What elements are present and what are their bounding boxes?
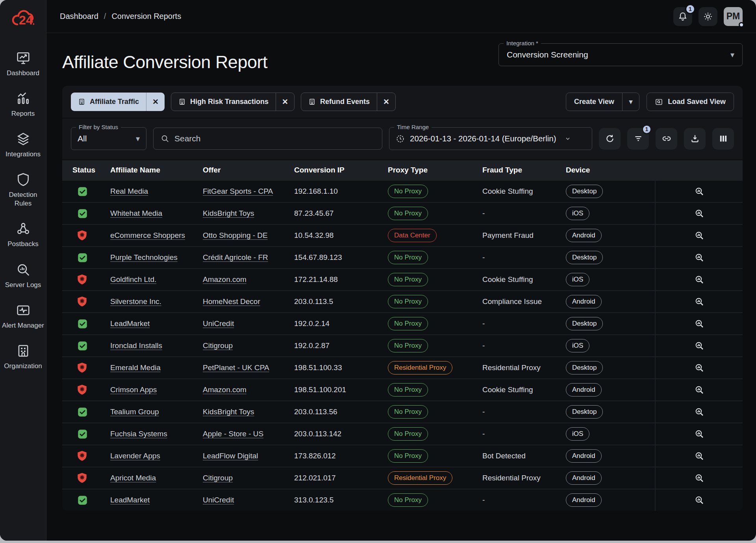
load-saved-view-button[interactable]: Load Saved View	[647, 93, 734, 111]
download-button[interactable]	[684, 128, 706, 150]
theme-toggle-button[interactable]	[699, 7, 717, 26]
offer-link[interactable]: Citigroup	[203, 341, 233, 350]
integration-select[interactable]: Integration * Conversion Screening ▾	[498, 43, 743, 66]
row-inspect-button[interactable]	[655, 225, 743, 246]
offer-link[interactable]: Amazon.com	[203, 275, 246, 284]
affiliate-link[interactable]: Silverstone Inc.	[110, 297, 161, 306]
row-inspect-button[interactable]	[655, 269, 743, 290]
close-icon[interactable]: ✕	[276, 93, 294, 111]
row-inspect-button[interactable]	[655, 313, 743, 334]
inspect-icon	[695, 495, 704, 505]
inspect-icon	[695, 407, 704, 417]
table-row: Emerald MediaPetPlanet - UK CPA198.51.10…	[62, 356, 743, 378]
offer-link[interactable]: Citigroup	[203, 474, 233, 482]
offer-link[interactable]: Amazon.com	[203, 385, 246, 394]
table-row: Purple TechnologiesCrédit Agricole - FR1…	[62, 246, 743, 268]
proxy-type-badge: No Proxy	[388, 427, 428, 440]
chip-high-risk-transactions[interactable]: High Risk Transactions ✕	[171, 93, 295, 111]
fraud-type: -	[482, 408, 566, 416]
ok-status-icon	[77, 252, 88, 263]
close-icon[interactable]: ✕	[377, 93, 395, 111]
affiliate-link[interactable]: Goldfinch Ltd.	[110, 275, 156, 284]
sidebar-item-server-logs[interactable]: Server Logs	[0, 262, 46, 289]
sidebar-item-alert-manager[interactable]: Alert Manager	[0, 303, 46, 330]
brand-logo[interactable]: 24	[10, 7, 36, 30]
row-inspect-button[interactable]	[655, 203, 743, 224]
time-range-picker[interactable]: Time Range 2026-01-13 - 2026-01-14 (Euro…	[389, 127, 592, 150]
column-header: Conversion IP	[294, 166, 388, 174]
affiliate-link[interactable]: LeadMarket	[110, 496, 150, 504]
ok-status-icon	[77, 429, 88, 439]
fraud-type: -	[482, 253, 566, 262]
sidebar-item-detection-rules[interactable]: Detection Rules	[0, 172, 46, 208]
fraud-status-icon	[77, 384, 87, 395]
row-inspect-button[interactable]	[655, 445, 743, 467]
affiliate-link[interactable]: Real Media	[110, 187, 148, 195]
search-icon	[161, 134, 169, 143]
copy-link-button[interactable]	[656, 128, 677, 150]
row-inspect-button[interactable]	[655, 247, 743, 268]
offer-link[interactable]: UniCredit	[203, 319, 234, 328]
offer-link[interactable]: UniCredit	[203, 496, 234, 504]
row-inspect-button[interactable]	[655, 467, 743, 489]
offer-link[interactable]: LeadFlow Digital	[203, 452, 258, 460]
proxy-type-badge: No Proxy	[388, 339, 428, 352]
affiliate-link[interactable]: Emerald Media	[110, 363, 161, 372]
row-inspect-button[interactable]	[655, 379, 743, 400]
notifications-button[interactable]: 1	[673, 7, 692, 26]
offer-link[interactable]: HomeNest Decor	[203, 297, 260, 306]
status-cell	[72, 450, 110, 461]
chip-refund-events[interactable]: Refund Events ✕	[301, 93, 396, 111]
refresh-button[interactable]	[599, 128, 621, 150]
row-inspect-button[interactable]	[655, 401, 743, 423]
chip-affiliate-traffic[interactable]: Affiliate Traffic ✕	[71, 93, 165, 111]
offer-link[interactable]: Crédit Agricole - FR	[203, 253, 268, 261]
view-buttons: Create View ▾ Load Saved View	[566, 93, 734, 111]
avatar[interactable]: PM	[724, 7, 743, 26]
offer-link[interactable]: KidsBright Toys	[203, 408, 254, 416]
status-filter-value: All	[78, 134, 87, 143]
breadcrumb-dashboard[interactable]: Dashboard	[60, 12, 98, 21]
ok-status-icon	[77, 495, 88, 506]
affiliate-link[interactable]: LeadMarket	[110, 319, 150, 328]
proxy-type-badge: No Proxy	[388, 449, 428, 462]
row-inspect-button[interactable]	[655, 489, 743, 511]
sidebar-item-dashboard[interactable]: Dashboard	[0, 50, 46, 78]
affiliate-link[interactable]: Purple Technologies	[110, 253, 178, 261]
affiliate-link[interactable]: eCommerce Shoppers	[110, 231, 185, 239]
row-inspect-button[interactable]	[655, 291, 743, 312]
row-inspect-button[interactable]	[655, 181, 743, 202]
offer-link[interactable]: PetPlanet - UK CPA	[203, 363, 269, 372]
inspect-icon	[695, 187, 704, 196]
affiliate-link[interactable]: Ironclad Installs	[110, 341, 162, 350]
red-cloud-logo: 24	[10, 7, 36, 28]
close-icon[interactable]: ✕	[146, 93, 165, 111]
status-cell	[72, 319, 110, 329]
search-input[interactable]	[174, 134, 375, 143]
sidebar-item-integrations[interactable]: Integrations	[0, 132, 46, 159]
inspect-icon	[695, 385, 704, 395]
chevron-down-icon[interactable]: ▾	[622, 93, 639, 111]
filters-button[interactable]: 1	[627, 128, 649, 150]
row-inspect-button[interactable]	[655, 357, 743, 378]
link-icon	[662, 133, 672, 144]
affiliate-link[interactable]: Apricot Media	[110, 474, 156, 482]
affiliate-link[interactable]: Whitehat Media	[110, 209, 162, 217]
offer-link[interactable]: KidsBright Toys	[203, 209, 254, 217]
affiliate-link[interactable]: Tealium Group	[110, 408, 159, 416]
row-inspect-button[interactable]	[655, 423, 743, 445]
create-view-button[interactable]: Create View ▾	[566, 93, 639, 111]
status-filter-select[interactable]: Filter by Status All ▾	[71, 127, 146, 150]
offer-link[interactable]: FitGear Sports - CPA	[203, 187, 273, 195]
affiliate-link[interactable]: Fuchsia Systems	[110, 430, 167, 438]
affiliate-link[interactable]: Crimson Apps	[110, 385, 157, 394]
columns-button[interactable]	[712, 128, 734, 150]
offer-link[interactable]: Apple - Store - US	[203, 430, 263, 438]
affiliate-link[interactable]: Lavender Apps	[110, 452, 160, 460]
offer-link[interactable]: Otto Shopping - DE	[203, 231, 268, 239]
column-header: Status	[72, 166, 110, 174]
sidebar-item-organization[interactable]: Organization	[0, 343, 46, 371]
sidebar-item-reports[interactable]: Reports	[0, 91, 46, 118]
sidebar-item-postbacks[interactable]: Postbacks	[0, 221, 46, 248]
row-inspect-button[interactable]	[655, 335, 743, 356]
